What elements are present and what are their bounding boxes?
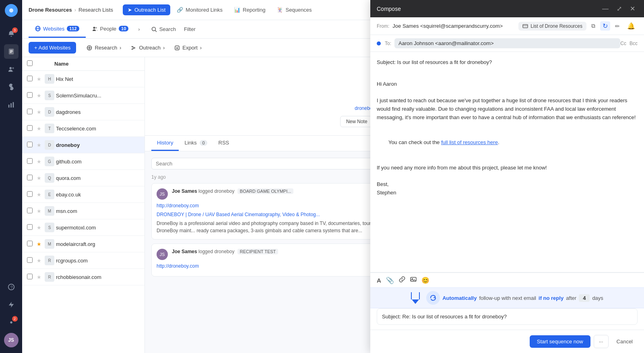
row-checkbox[interactable]	[27, 241, 33, 246]
tab-reporting[interactable]: 📊 Reporting	[229, 4, 270, 15]
history-tab[interactable]: History	[151, 136, 179, 151]
svg-point-6	[9, 67, 11, 69]
filter-btn[interactable]: Filter	[181, 24, 199, 35]
table-row[interactable]: ★ S supermotoxl.com	[22, 219, 144, 236]
row-checkbox[interactable]	[27, 125, 33, 131]
row-checkbox[interactable]	[27, 274, 33, 279]
emoji-btn[interactable]: 😊	[421, 277, 429, 284]
resources-link[interactable]: full list of resources here	[441, 139, 498, 145]
row-checkbox[interactable]	[27, 142, 33, 147]
document-icon[interactable]	[4, 44, 19, 59]
star-icon[interactable]: ★	[37, 274, 45, 280]
links-tab[interactable]: Links 0	[179, 136, 213, 151]
link-icon[interactable]	[4, 80, 19, 94]
compose-body[interactable]: Subject: Is our list of resources a fit …	[370, 52, 644, 272]
row-checkbox[interactable]	[27, 191, 33, 197]
compose-close-btn[interactable]: ✕	[627, 4, 638, 13]
user-avatar[interactable]: JS	[4, 333, 19, 347]
site-name-cell: SolemnSimulacru...	[56, 93, 140, 99]
attach-btn[interactable]: 📎	[386, 277, 394, 284]
row-checkbox[interactable]	[27, 109, 33, 114]
compose-minimize-btn[interactable]: —	[600, 4, 611, 13]
compose-bcc-btn[interactable]: Bcc	[630, 41, 638, 46]
star-icon[interactable]: ★	[37, 208, 45, 214]
row-checkbox[interactable]	[27, 175, 33, 180]
compose-maximize-btn[interactable]: ⤢	[614, 4, 624, 13]
star-icon[interactable]: ★	[37, 76, 45, 82]
chart-icon[interactable]	[4, 97, 19, 112]
star-icon[interactable]: ★	[37, 258, 45, 264]
svg-line-20	[155, 30, 157, 32]
compose-cc-btn[interactable]: Cc	[620, 41, 626, 46]
to-indicator	[377, 41, 381, 45]
people-icon[interactable]	[4, 62, 19, 76]
bell-icon[interactable]: 3	[4, 27, 19, 41]
table-row[interactable]: ★ D dagdrones	[22, 104, 144, 120]
star-icon[interactable]: ★	[37, 159, 45, 165]
site-favicon: D	[45, 107, 54, 117]
research-btn[interactable]: Research ›	[83, 42, 125, 53]
table-row[interactable]: ★ M modelaircraft.org	[22, 236, 144, 252]
table-row[interactable]: ★ S SolemnSimulacru...	[22, 87, 144, 104]
star-icon[interactable]: ★	[37, 142, 45, 148]
table-row[interactable]: ★ M msn.com	[22, 203, 144, 219]
tab-more-btn[interactable]: ›	[135, 23, 143, 35]
star-icon[interactable]: ★	[37, 241, 45, 247]
tab-websites[interactable]: Websites 112	[29, 21, 86, 38]
text-format-btn[interactable]: A	[377, 277, 381, 284]
body-p2-suffix: .	[498, 139, 500, 145]
table-row[interactable]: ★ H Hix Net	[22, 71, 144, 87]
svg-rect-8	[8, 105, 9, 107]
export-btn[interactable]: Export ›	[170, 42, 206, 53]
select-all-checkbox[interactable]	[27, 60, 33, 66]
outreach-btn[interactable]: Outreach ›	[127, 42, 169, 53]
table-row[interactable]: ★ E ebay.co.uk	[22, 186, 144, 203]
row-checkbox[interactable]	[27, 208, 33, 213]
followup-preview: Subject: Re: Is our list of resources a …	[377, 308, 638, 325]
star-icon[interactable]: ★	[37, 126, 45, 132]
app-logo[interactable]	[5, 4, 18, 17]
question-icon[interactable]: ?	[4, 280, 19, 294]
more-options-compose-btn[interactable]: ···	[594, 335, 609, 348]
settings-icon[interactable]: 2	[4, 315, 19, 330]
row-checkbox[interactable]	[27, 158, 33, 164]
row-checkbox[interactable]	[27, 92, 33, 98]
alert-btn[interactable]: 🔔	[625, 21, 638, 31]
tab-people[interactable]: People 10	[86, 21, 135, 38]
row-checkbox[interactable]	[27, 257, 33, 263]
copy-btn[interactable]: ⧉	[589, 22, 598, 30]
table-row[interactable]: ★ T Teccselence.com	[22, 120, 144, 137]
star-icon[interactable]: ★	[37, 109, 45, 115]
search-btn[interactable]: Search	[147, 24, 181, 35]
new-note-btn[interactable]: New Note	[340, 116, 374, 127]
site-name-cell: Teccselence.com	[56, 126, 140, 132]
tab-sequences[interactable]: 🃏 Sequences	[272, 4, 316, 15]
star-icon[interactable]: ★	[37, 192, 45, 198]
rss-tab[interactable]: RSS	[213, 136, 235, 151]
compose-greeting: Hi Aaron	[377, 80, 638, 89]
start-sequence-btn[interactable]: Start sequence now	[530, 335, 590, 348]
image-btn[interactable]	[410, 276, 417, 284]
breadcrumb-research-lists[interactable]: Research Lists	[78, 7, 113, 13]
link-btn[interactable]	[399, 276, 405, 284]
table-row[interactable]: ★ G github.com	[22, 153, 144, 170]
star-icon[interactable]: ★	[37, 225, 45, 231]
table-row[interactable]: ★ Q quora.com	[22, 170, 144, 186]
breadcrumb-root[interactable]: Drone Resources	[29, 7, 72, 13]
row-checkbox[interactable]	[27, 76, 33, 81]
table-row[interactable]: ★ R rcgroups.com	[22, 252, 144, 269]
star-icon[interactable]: ★	[37, 175, 45, 181]
tab-outreach-list[interactable]: ➤ Outreach List	[123, 4, 170, 15]
bolt-icon[interactable]	[4, 297, 19, 312]
tab-monitored-links[interactable]: 🔗 Monitored Links	[172, 4, 227, 15]
refresh-btn[interactable]: ↻	[600, 21, 610, 31]
svg-text:?: ?	[10, 285, 12, 290]
cancel-compose-btn[interactable]: Cancel	[612, 335, 638, 348]
edit-btn[interactable]: ✏	[613, 22, 622, 30]
table-row[interactable]: ★ D droneboy	[22, 137, 144, 153]
add-websites-button[interactable]: + Add Websites	[29, 42, 76, 54]
table-row[interactable]: ★ R rchobbiesonair.com	[22, 269, 144, 285]
row-checkbox[interactable]	[27, 224, 33, 230]
days-value[interactable]: 4	[579, 294, 590, 302]
star-icon[interactable]: ★	[37, 93, 45, 99]
